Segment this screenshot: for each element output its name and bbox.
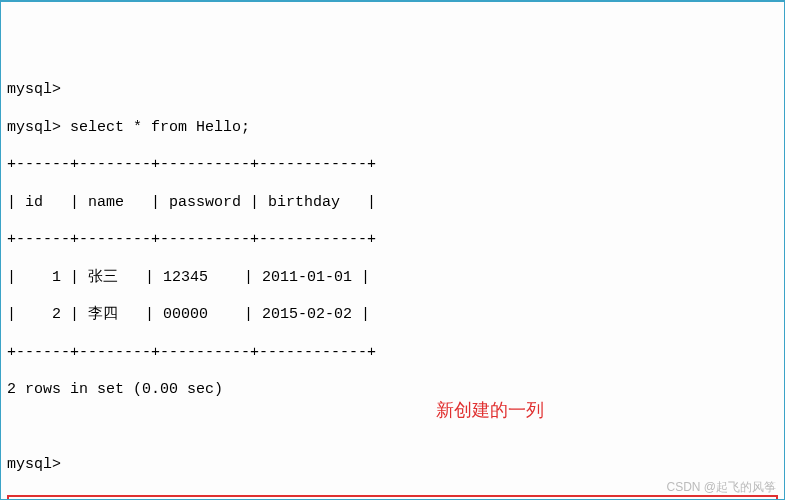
watermark: CSDN @起飞的风筝 (666, 480, 776, 495)
prompt: mysql> (7, 119, 61, 136)
prompt-line[interactable]: mysql> select * from Hello; (7, 119, 778, 138)
prompt-line[interactable]: mysql> (7, 81, 778, 100)
sql-select: select * from Hello; (70, 119, 250, 136)
table-border: +------+--------+----------+------------… (7, 344, 778, 363)
table-border: +------+--------+----------+------------… (7, 231, 778, 250)
highlighted-command: mysql> alter table Hello add image_path … (7, 495, 778, 501)
table-row: | 1 | 张三 | 12345 | 2011-01-01 | (7, 269, 778, 288)
table-row: | 2 | 李四 | 00000 | 2015-02-02 | (7, 306, 778, 325)
table-border: +------+--------+----------+------------… (7, 156, 778, 175)
table-header: | id | name | password | birthday | (7, 194, 778, 213)
query-result: 2 rows in set (0.00 sec) (7, 381, 778, 400)
annotation-new-column: 新创建的一列 (436, 399, 544, 422)
prompt: mysql> (7, 456, 61, 473)
prompt-line[interactable]: mysql> (7, 456, 778, 475)
prompt: mysql> (7, 81, 61, 98)
